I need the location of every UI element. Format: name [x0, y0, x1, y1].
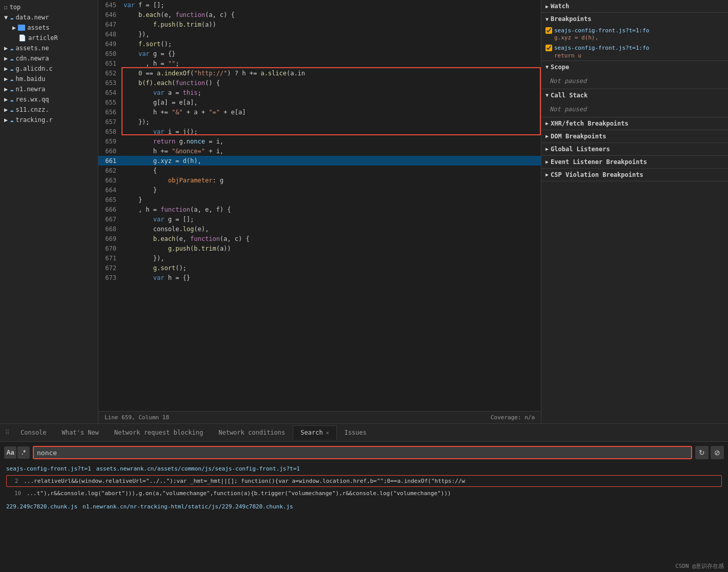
- code-line: 668 console.log(e),: [98, 224, 541, 234]
- xhr-section: ▶ XHR/fetch Breakpoints: [541, 117, 728, 130]
- code-line: 667 var g = [];: [98, 214, 541, 224]
- line-number: 665: [98, 196, 122, 203]
- file-tree-item[interactable]: ▶ ☁ n1.newra: [0, 84, 98, 94]
- tab-drag-handle[interactable]: ⠿: [2, 426, 13, 439]
- line-content: return g.nonce = i,: [122, 138, 541, 145]
- item-label: data.newr: [15, 14, 49, 21]
- line-content: f.sort();: [122, 40, 541, 48]
- line-number: 672: [98, 264, 122, 272]
- call-stack-section: ▼ Call Stack Not paused: [541, 89, 728, 117]
- file-2-name: 229.249c7820.chunk.js: [6, 503, 77, 510]
- line-content: console.log(e),: [122, 226, 541, 233]
- line-content: }),: [122, 255, 541, 262]
- dom-arrow: ▶: [545, 133, 549, 139]
- breakpoint-checkbox-1[interactable]: [545, 27, 552, 34]
- line-content: h += "&nonce=" + i,: [122, 148, 541, 155]
- search-result-file-2[interactable]: 229.249c7820.chunk.js n1.newrank.cn/nr-t…: [4, 501, 724, 512]
- item-label: tracking.r: [15, 116, 52, 124]
- dom-header[interactable]: ▶ DOM Breakpoints: [541, 130, 728, 142]
- item-label: g.alicdn.c: [15, 65, 52, 72]
- arrow-icon: ▶: [4, 116, 8, 124]
- search-clear-btn[interactable]: ⊘: [711, 446, 724, 459]
- arrow-icon: ▶: [4, 75, 8, 83]
- file-tree-item[interactable]: ▶ ☁ tracking.r: [0, 115, 98, 125]
- code-editor: 645 var f = []; 646 b.each(e, function(a…: [98, 0, 541, 423]
- tab-console[interactable]: Console: [13, 425, 54, 440]
- file-tree-item[interactable]: ▼ ☁ data.newr: [0, 12, 98, 23]
- file-tree-item[interactable]: ▶ ☁ s11.cnzz.: [0, 105, 98, 115]
- tab-network-conditions-label: Network conditions: [218, 429, 285, 436]
- line-content: {: [122, 167, 541, 174]
- csdn-badge: CSDN @意识存在感: [675, 562, 724, 570]
- watch-section: ▶ Watch: [541, 0, 728, 13]
- breakpoint-item-1: seajs-config-front.js?t=1:fo g.xyz = d(h…: [541, 25, 728, 43]
- line-number: 655: [98, 99, 122, 106]
- line-number: 668: [98, 226, 122, 233]
- code-line: 653 b(f).each(function() {: [98, 78, 541, 88]
- tab-search[interactable]: Search ×: [293, 425, 336, 440]
- tab-network-request-blocking[interactable]: Network request blocking: [107, 425, 211, 440]
- line-content: , h = "";: [122, 60, 541, 67]
- call-stack-header[interactable]: ▼ Call Stack: [541, 89, 728, 101]
- tab-close-search[interactable]: ×: [326, 430, 329, 436]
- code-lines: 645 var f = []; 646 b.each(e, function(a…: [98, 0, 541, 411]
- line-number: 649: [98, 40, 122, 48]
- file-tree-item[interactable]: ▶ ☁ cdn.newra: [0, 53, 98, 64]
- watch-header[interactable]: ▶ Watch: [541, 0, 728, 12]
- file-tree-item[interactable]: ▶ assets: [0, 23, 98, 33]
- line-number: 659: [98, 138, 122, 145]
- file-tree-item[interactable]: 📄 articleR: [0, 33, 98, 43]
- dom-title: DOM Breakpoints: [551, 133, 606, 140]
- code-line: 649 f.sort();: [98, 39, 541, 49]
- event-listener-header[interactable]: ▶ Event Listener Breakpoints: [541, 156, 728, 168]
- search-result-row-1[interactable]: 2 ...relativeUrl&&(window.relativeUrl=".…: [6, 475, 722, 487]
- xhr-header[interactable]: ▶ XHR/fetch Breakpoints: [541, 117, 728, 130]
- search-refresh-btn[interactable]: ↻: [695, 446, 709, 459]
- breakpoints-header[interactable]: ▼ Breakpoints: [541, 13, 728, 25]
- file-tree-item[interactable]: ▶ ☁ res.wx.qq: [0, 94, 98, 105]
- search-toolbar: Aa .* ↻ ⊘: [4, 446, 724, 459]
- csp-header[interactable]: ▶ CSP Violation Breakpoints: [541, 169, 728, 181]
- search-input[interactable]: [33, 446, 692, 459]
- search-result-row-2[interactable]: 10 ...t"),r&&console.log("abort"))),g.on…: [6, 488, 722, 499]
- code-line: 666 , h = function(a, e, f) {: [98, 205, 541, 214]
- arrow-icon: ▶: [4, 86, 8, 93]
- tab-whats-new[interactable]: What's New: [54, 425, 107, 440]
- breakpoints-title: Breakpoints: [551, 15, 591, 23]
- cloud-icon: ☁: [10, 55, 13, 62]
- arrow-icon: ▶: [4, 65, 8, 72]
- breakpoint-checkbox-2[interactable]: [545, 45, 552, 51]
- line-content: var a = this;: [122, 89, 541, 96]
- search-panel-content: Aa .* ↻ ⊘ seajs-config-front.js?t=1 asse…: [0, 442, 728, 572]
- code-line: 654 var a = this;: [98, 88, 541, 97]
- watch-title: Watch: [551, 3, 569, 10]
- file-tree-item[interactable]: ▶ ☁ assets.ne: [0, 43, 98, 53]
- tab-bar: ⠿ Console What's New Network request blo…: [0, 424, 728, 442]
- file-tree-item[interactable]: ▶ ☁ g.alicdn.c: [0, 64, 98, 74]
- global-listeners-header[interactable]: ▶ Global Listeners: [541, 143, 728, 155]
- line-number: 651: [98, 60, 122, 67]
- search-case-sensitive-btn[interactable]: Aa: [4, 446, 16, 459]
- row-num-2: 10: [14, 490, 21, 497]
- scope-not-paused: Not paused: [541, 73, 728, 89]
- line-content: });: [122, 118, 541, 126]
- item-label: n1.newra: [15, 86, 45, 93]
- line-number: 656: [98, 109, 122, 116]
- cloud-icon: ☁: [10, 45, 13, 52]
- breakpoints-section: ▼ Breakpoints seajs-config-front.js?t=1:…: [541, 13, 728, 61]
- csp-section: ▶ CSP Violation Breakpoints: [541, 169, 728, 181]
- xhr-title: XHR/fetch Breakpoints: [551, 120, 629, 127]
- tab-network-conditions[interactable]: Network conditions: [211, 425, 293, 440]
- search-result-file-1[interactable]: seajs-config-front.js?t=1 assets.newrank…: [4, 463, 724, 474]
- file-tree-item[interactable]: ▶ ☁ hm.baidu: [0, 74, 98, 84]
- code-content[interactable]: 645 var f = []; 646 b.each(e, function(a…: [98, 0, 541, 411]
- item-label: articleR: [28, 34, 58, 42]
- scope-header[interactable]: ▼ Scope: [541, 61, 728, 73]
- global-listeners-title: Global Listeners: [551, 146, 610, 153]
- item-label: cdn.newra: [15, 55, 49, 62]
- search-regex-btn[interactable]: .*: [17, 446, 30, 459]
- file-tree-top[interactable]: ☐ top: [0, 2, 98, 12]
- tab-console-label: Console: [21, 429, 47, 436]
- code-line: 669 b.each(e, function(a, c) {: [98, 234, 541, 243]
- tab-issues[interactable]: Issues: [337, 425, 374, 440]
